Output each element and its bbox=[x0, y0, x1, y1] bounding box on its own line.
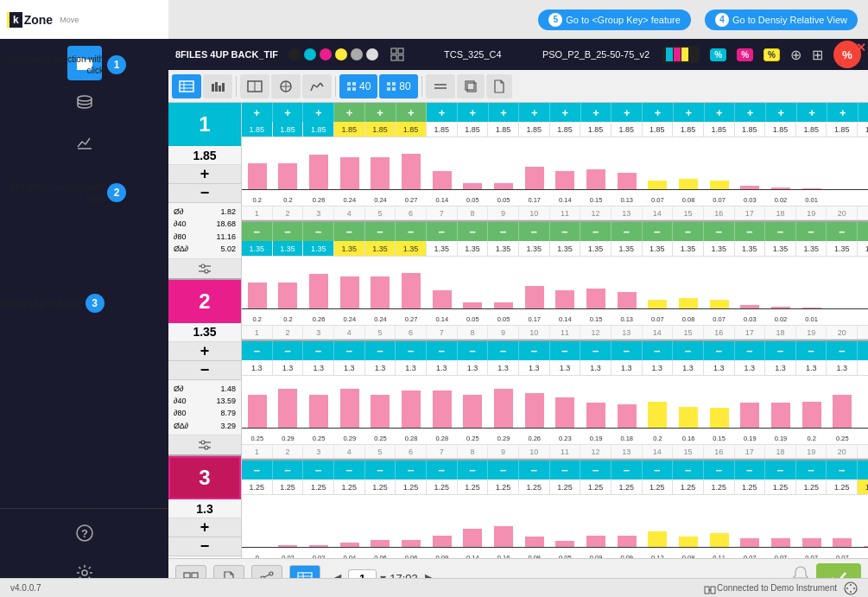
pm-cell[interactable]: − bbox=[519, 341, 550, 360]
pm-cell[interactable]: − bbox=[827, 341, 858, 360]
pm-cell[interactable]: − bbox=[273, 460, 304, 480]
pm-cell[interactable]: − bbox=[580, 222, 611, 241]
ch1-plus-cell18[interactable]: + bbox=[766, 103, 797, 122]
pm-cell[interactable]: − bbox=[273, 222, 304, 241]
pm-cell[interactable]: − bbox=[796, 341, 827, 360]
pm-cell[interactable]: − bbox=[643, 222, 674, 241]
pm-cell[interactable]: − bbox=[273, 341, 304, 360]
pm-cell[interactable]: − bbox=[365, 222, 396, 241]
pm-cell[interactable]: − bbox=[704, 460, 735, 480]
tb-btn-copy[interactable] bbox=[457, 74, 485, 98]
pm-cell[interactable]: − bbox=[242, 341, 273, 360]
tb-btn-main[interactable] bbox=[172, 74, 201, 98]
pm-cell[interactable]: − bbox=[396, 341, 427, 360]
pm-cell[interactable]: − bbox=[765, 222, 796, 241]
pm-cell[interactable]: − bbox=[458, 341, 489, 360]
ch1-plus-cell14[interactable]: + bbox=[643, 103, 674, 122]
pm-cell[interactable]: − bbox=[827, 222, 858, 241]
pm-cell[interactable]: − bbox=[488, 341, 519, 360]
pm-cell[interactable]: − bbox=[365, 460, 396, 480]
ch1-plus-cell16[interactable]: + bbox=[705, 103, 736, 122]
ch1-plus-cell10[interactable]: + bbox=[519, 103, 550, 122]
tb-btn-layout2[interactable] bbox=[271, 74, 301, 98]
ch1-plus-cell13[interactable]: + bbox=[611, 103, 643, 122]
tb-btn-bar[interactable] bbox=[203, 74, 232, 98]
pm-cell[interactable]: − bbox=[488, 222, 519, 241]
channel1-sliders-btn[interactable] bbox=[168, 259, 241, 278]
pm-cell[interactable]: − bbox=[858, 222, 868, 241]
pm-cell[interactable]: − bbox=[611, 341, 643, 360]
pm-cell[interactable]: − bbox=[396, 222, 427, 241]
pm-cell[interactable]: − bbox=[519, 460, 550, 480]
pm-cell[interactable]: − bbox=[580, 460, 611, 480]
pm-cell[interactable]: − bbox=[458, 222, 489, 241]
pm-cell[interactable]: − bbox=[796, 222, 827, 241]
pct-magenta-btn[interactable]: % bbox=[737, 48, 753, 61]
ch1-plus-cell17[interactable]: + bbox=[735, 103, 766, 122]
grid-icon[interactable]: ⊞ bbox=[812, 47, 823, 63]
channel2-plus-btn[interactable]: + bbox=[168, 342, 241, 361]
ch1-plus-cell6[interactable]: + bbox=[396, 103, 428, 122]
tb-btn-layout3[interactable] bbox=[302, 74, 332, 98]
pm-cell[interactable]: − bbox=[611, 222, 643, 241]
pm-cell[interactable]: − bbox=[643, 341, 674, 360]
channel2-sliders-btn[interactable] bbox=[168, 435, 241, 454]
pm-cell[interactable]: − bbox=[704, 222, 735, 241]
ch1-plus-cell15[interactable]: + bbox=[674, 103, 705, 122]
pm-cell[interactable]: − bbox=[303, 341, 334, 360]
channel2-minus-btn[interactable]: − bbox=[168, 361, 241, 380]
pm-cell[interactable]: − bbox=[673, 460, 704, 480]
channel3-minus-btn[interactable]: − bbox=[168, 537, 241, 556]
pm-cell[interactable]: − bbox=[827, 460, 858, 480]
ch1-plus-cell11[interactable]: + bbox=[550, 103, 581, 122]
pct-cyan-btn[interactable]: % bbox=[710, 48, 726, 61]
ch1-plus-cell5[interactable]: + bbox=[365, 103, 396, 122]
pct-yellow-btn[interactable]: % bbox=[763, 48, 780, 61]
feature4-button[interactable]: 4 Go to Densiy Relative View bbox=[705, 10, 858, 30]
pm-cell[interactable]: − bbox=[765, 460, 796, 480]
ch1-plus-cell7[interactable]: + bbox=[427, 103, 458, 122]
pm-cell[interactable]: − bbox=[550, 460, 581, 480]
pm-cell[interactable]: − bbox=[796, 460, 827, 480]
pm-cell[interactable]: − bbox=[580, 341, 611, 360]
feature5-button[interactable]: 5 Go to <Group Key> feature bbox=[538, 10, 691, 30]
pm-cell[interactable]: − bbox=[303, 222, 334, 241]
pm-cell[interactable]: − bbox=[242, 222, 273, 241]
pm-cell[interactable]: − bbox=[858, 341, 868, 360]
pm-cell[interactable]: − bbox=[550, 341, 581, 360]
pm-cell[interactable]: − bbox=[735, 222, 766, 241]
tb-btn-80[interactable]: 80 bbox=[379, 74, 417, 98]
pm-cell[interactable]: − bbox=[643, 460, 674, 480]
pm-cell[interactable]: − bbox=[427, 222, 458, 241]
ch1-plus-cell21[interactable]: + bbox=[858, 103, 868, 122]
pm-cell[interactable]: − bbox=[611, 460, 643, 480]
pm-cell[interactable]: − bbox=[427, 460, 458, 480]
pm-cell[interactable]: − bbox=[550, 222, 581, 241]
tb-btn-file[interactable] bbox=[486, 74, 512, 98]
pm-cell[interactable]: − bbox=[365, 341, 396, 360]
channel3-plus-btn[interactable]: + bbox=[168, 518, 241, 537]
pm-cell[interactable]: − bbox=[242, 460, 273, 480]
ch1-plus-cell19[interactable]: + bbox=[797, 103, 828, 122]
pm-cell[interactable]: − bbox=[765, 341, 796, 360]
pm-cell[interactable]: − bbox=[519, 222, 550, 241]
sidebar-item-help[interactable]: ? bbox=[67, 516, 102, 550]
ch1-plus-cell12[interactable]: + bbox=[581, 103, 612, 122]
pm-cell[interactable]: − bbox=[673, 222, 704, 241]
ch1-plus-cell20[interactable]: + bbox=[827, 103, 858, 122]
pm-cell[interactable]: − bbox=[334, 222, 365, 241]
pm-cell[interactable]: − bbox=[334, 460, 365, 480]
pm-cell[interactable]: − bbox=[458, 460, 489, 480]
tb-btn-layout1[interactable] bbox=[240, 74, 269, 98]
pm-cell[interactable]: − bbox=[858, 460, 868, 480]
ch1-plus-cell2[interactable]: + bbox=[273, 103, 304, 122]
sidebar-item-chart[interactable] bbox=[67, 125, 102, 160]
tb-btn-40[interactable]: 40 bbox=[339, 74, 377, 98]
sidebar-item-database[interactable] bbox=[67, 86, 102, 120]
channel1-minus-btn[interactable]: − bbox=[168, 184, 241, 203]
pm-cell[interactable]: − bbox=[704, 341, 735, 360]
pm-cell[interactable]: − bbox=[303, 460, 334, 480]
ch1-plus-cell4[interactable]: + bbox=[334, 103, 365, 122]
pm-cell[interactable]: − bbox=[735, 341, 766, 360]
pm-cell[interactable]: − bbox=[488, 460, 519, 480]
